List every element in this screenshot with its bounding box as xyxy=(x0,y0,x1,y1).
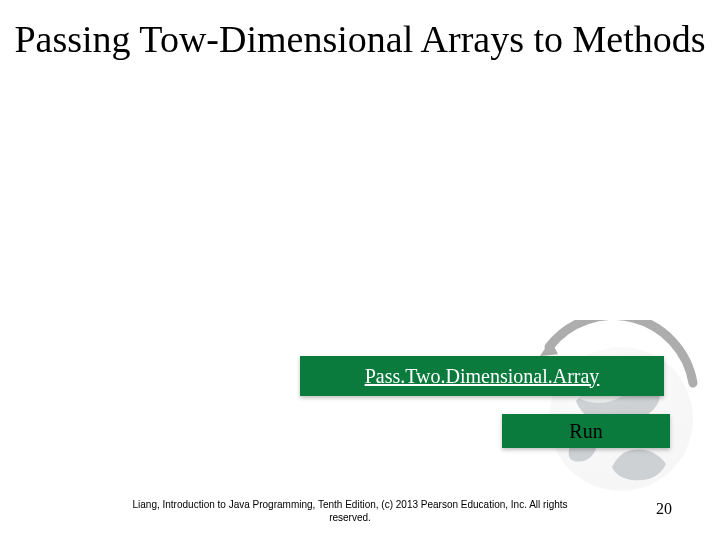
svg-marker-0 xyxy=(540,340,558,356)
page-number: 20 xyxy=(656,500,672,518)
run-button-label: Run xyxy=(569,420,602,443)
run-button[interactable]: Run xyxy=(502,414,670,448)
code-link-button[interactable]: Pass.Two.Dimensional.Array xyxy=(300,356,664,396)
code-link-label: Pass.Two.Dimensional.Array xyxy=(365,365,600,388)
slide-title: Passing Tow-Dimensional Arrays to Method… xyxy=(0,18,720,62)
footer-citation: Liang, Introduction to Java Programming,… xyxy=(120,499,580,524)
globe-decoration xyxy=(522,320,702,500)
slide: Passing Tow-Dimensional Arrays to Method… xyxy=(0,0,720,540)
